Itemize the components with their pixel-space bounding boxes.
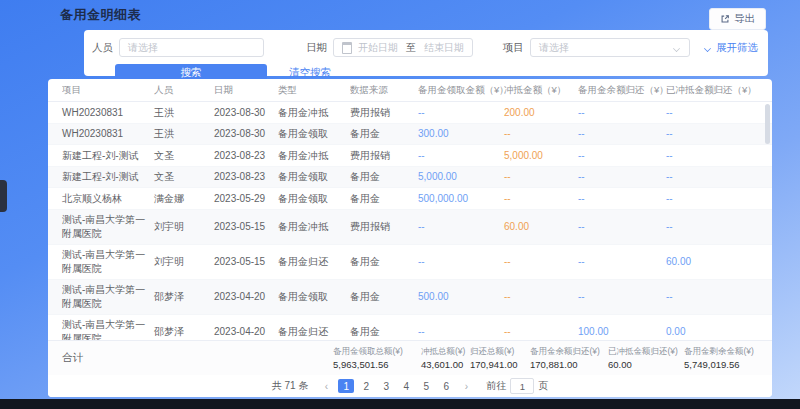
summary-item: 归还总额(¥)170,941.00 (470, 346, 530, 370)
page-number-button[interactable]: 5 (418, 379, 434, 393)
expand-filters-link[interactable]: 展开筛选 (704, 41, 758, 55)
data-table-card: 项目人员日期类型数据来源备用金领取金额（¥）冲抵金额（¥）备用金余额归还（¥）已… (48, 79, 772, 397)
cell-received: 500.00 (418, 286, 504, 307)
table-row[interactable]: 测试-南昌大学第一附属医院邵梦泽2023-04-20备用金领取备用金500.00… (48, 280, 772, 315)
cell-offset_return: -- (666, 145, 752, 166)
cell-offset_return: -- (666, 102, 752, 123)
cell-type: 备用金领取 (278, 188, 350, 209)
table-row[interactable]: 测试-南昌大学第一附属医院刘宇明2023-05-15备用金冲抵费用报销--60.… (48, 210, 772, 245)
cell-offset_return: -- (666, 216, 752, 237)
summary-item-label: 归还总额(¥) (470, 346, 530, 358)
person-filter-label: 人员 (92, 41, 113, 55)
summary-label: 合计 (62, 351, 83, 365)
cell-offset: -- (504, 167, 578, 188)
cell-offset: -- (504, 188, 578, 209)
project-select-input[interactable]: 请选择 (530, 38, 690, 57)
summary-item-value: 170,881.00 (530, 359, 608, 370)
cell-project: WH20230831 (62, 102, 154, 123)
summary-item-value: 5,963,501.56 (333, 359, 421, 370)
table-row[interactable]: WH20230831王洪2023-08-30备用金领取备用金300.00----… (48, 124, 772, 146)
chevron-down-icon (673, 45, 681, 50)
page-title: 备用金明细表 (60, 6, 141, 24)
vertical-scrollbar[interactable] (765, 104, 770, 144)
goto-suffix: 页 (538, 379, 548, 393)
summary-item: 备用金领取总额(¥)5,963,501.56 (333, 346, 421, 370)
title-bar: 备用金明细表 导出 (0, 0, 800, 30)
column-header: 日期 (214, 84, 278, 97)
table-row[interactable]: 北京顺义杨林满金娜2023-05-29备用金领取备用金500,000.00---… (48, 188, 772, 210)
cell-offset_return: -- (666, 286, 752, 307)
table-row[interactable]: 新建工程-刘-测试文圣2023-08-23备用金领取备用金5,000.00---… (48, 167, 772, 189)
cell-offset: -- (504, 286, 578, 307)
table-row[interactable]: 测试-南昌大学第一附属医院邵梦泽2023-04-20备用金归还备用金----10… (48, 315, 772, 341)
table-body: WH20230831王洪2023-08-30备用金冲抵费用报销--200.00-… (48, 102, 772, 340)
collapsed-drawer-handle[interactable] (0, 180, 7, 212)
date-range-input[interactable]: 开始日期 至 结束日期 (333, 38, 473, 57)
cell-type: 备用金领取 (278, 167, 350, 188)
cell-date: 2023-08-30 (214, 124, 278, 145)
table-row[interactable]: WH20230831王洪2023-08-30备用金冲抵费用报销--200.00-… (48, 102, 772, 124)
cell-date: 2023-05-29 (214, 188, 278, 209)
person-select-input[interactable]: 请选择 (119, 38, 264, 57)
page-number-button[interactable]: 6 (438, 379, 454, 393)
page-number-button[interactable]: 3 (378, 379, 394, 393)
cell-person: 文圣 (154, 145, 214, 166)
page-number-button[interactable]: 1 (338, 379, 354, 393)
cell-type: 备用金冲抵 (278, 216, 350, 237)
cell-project: 北京顺义杨林 (62, 188, 154, 209)
summary-item-value: 170,941.00 (470, 359, 530, 370)
cell-type: 备用金冲抵 (278, 145, 350, 166)
cell-project: 新建工程-刘-测试 (62, 145, 154, 166)
prev-page-button[interactable]: ‹ (319, 379, 333, 393)
page-number-button[interactable]: 2 (358, 379, 374, 393)
export-label: 导出 (734, 12, 755, 26)
cell-received: -- (418, 102, 504, 123)
cell-offset_return: -- (666, 188, 752, 209)
chevron-down-icon (704, 45, 712, 50)
next-page-button[interactable]: › (459, 379, 473, 393)
summary-item-label: 备用金剩余金额(¥) (684, 346, 768, 358)
cell-project: 测试-南昌大学第一附属医院 (62, 245, 154, 279)
cell-received: -- (418, 321, 504, 340)
cell-project: 测试-南昌大学第一附属医院 (62, 210, 154, 244)
project-filter-label: 项目 (503, 41, 524, 55)
cell-source: 费用报销 (350, 145, 418, 166)
cell-received: -- (418, 145, 504, 166)
cell-type: 备用金归还 (278, 251, 350, 272)
summary-item-value: 60.00 (608, 359, 684, 370)
cell-offset: -- (504, 124, 578, 145)
cell-type: 备用金归还 (278, 321, 350, 340)
clear-search-link[interactable]: 清空搜索 (289, 66, 331, 80)
table-row[interactable]: 测试-南昌大学第一附属医院刘宇明2023-05-15备用金归还备用金------… (48, 245, 772, 280)
cell-date: 2023-05-15 (214, 251, 278, 272)
project-placeholder: 请选择 (539, 41, 569, 55)
cell-offset: -- (504, 321, 578, 340)
summary-item: 备用金剩余金额(¥)5,749,019.56 (684, 346, 768, 370)
summary-item: 已冲抵金额归还(¥)60.00 (608, 346, 684, 370)
summary-item-label: 冲抵总额(¥) (421, 346, 470, 358)
cell-date: 2023-08-23 (214, 167, 278, 188)
cell-person: 刘宇明 (154, 251, 214, 272)
column-header: 冲抵金额（¥） (504, 84, 578, 97)
cell-person: 刘宇明 (154, 216, 214, 237)
export-button[interactable]: 导出 (709, 8, 766, 30)
cell-offset: 200.00 (504, 102, 578, 123)
table-header-row: 项目人员日期类型数据来源备用金领取金额（¥）冲抵金额（¥）备用金余额归还（¥）已… (48, 79, 772, 102)
cell-type: 备用金冲抵 (278, 102, 350, 123)
cell-balance_return: -- (578, 286, 666, 307)
cell-source: 费用报销 (350, 216, 418, 237)
summary-item-label: 已冲抵金额归还(¥) (608, 346, 684, 358)
table-row[interactable]: 新建工程-刘-测试文圣2023-08-23备用金冲抵费用报销--5,000.00… (48, 145, 772, 167)
summary-groups: 备用金领取总额(¥)5,963,501.56冲抵总额(¥)43,601.00归还… (333, 346, 772, 370)
summary-item-label: 备用金余额归还(¥) (530, 346, 608, 358)
cell-balance_return: -- (578, 188, 666, 209)
page-number-button[interactable]: 4 (398, 379, 414, 393)
cell-offset: 5,000.00 (504, 145, 578, 166)
cell-balance_return: -- (578, 167, 666, 188)
cell-balance_return: 100.00 (578, 321, 666, 340)
person-placeholder: 请选择 (128, 41, 158, 55)
goto-page-input[interactable]: 1 (510, 378, 534, 394)
cell-source: 备用金 (350, 251, 418, 272)
date-end-placeholder: 结束日期 (424, 41, 464, 55)
cell-project: 测试-南昌大学第一附属医院 (62, 315, 154, 341)
